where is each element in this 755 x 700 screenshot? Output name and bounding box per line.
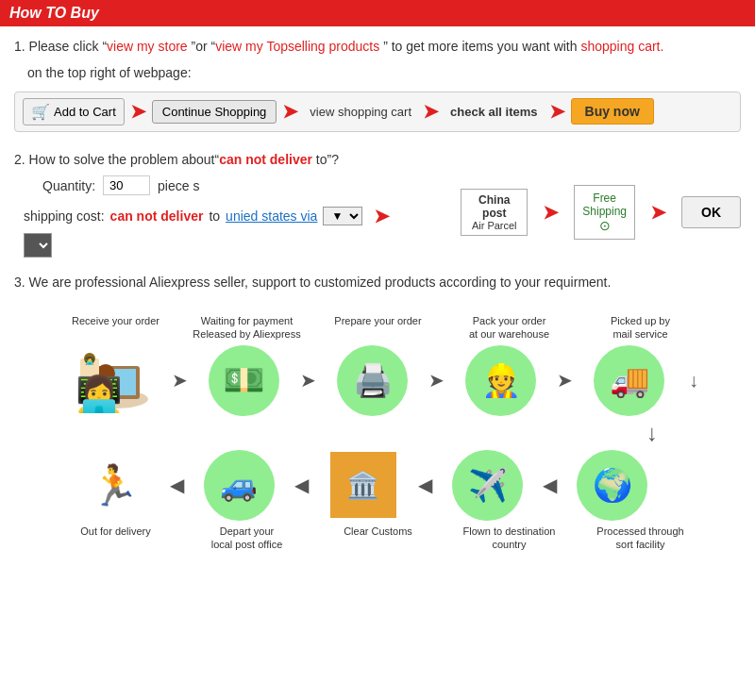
flight-icon: ✈️ [447, 450, 528, 521]
step1-section: 1. Please click “view my store ”or “view… [14, 36, 741, 132]
arrow1: ➤ [130, 100, 146, 123]
shipping-arrow: ➤ [374, 205, 390, 227]
quantity-input[interactable] [103, 175, 150, 195]
globe-circle: 🌍 [577, 450, 647, 521]
free-shipping-box: Free Shipping ⊙ [574, 185, 635, 240]
worker-circle: 👷 [465, 345, 536, 416]
customs-icon: 🏛️ [323, 450, 403, 521]
continue-shopping-item: Continue Shopping [152, 100, 277, 124]
ok-button[interactable]: OK [681, 196, 741, 228]
sort-icon: 🌍 [572, 450, 652, 521]
proc-delivery: 🏃 [61, 450, 168, 521]
view-cart-label: view shopping cart [304, 101, 417, 123]
label-flight: Flown to destinationcountry [455, 525, 563, 552]
label-receive: Receive your order [61, 314, 170, 342]
view-topselling-link[interactable]: view my Topselling products [215, 39, 379, 54]
header-title: How TO Buy [9, 5, 99, 21]
top-arrow1: ➤ [172, 369, 188, 392]
cant-deliver-text: can not deliver [219, 152, 312, 167]
top-arrow2: ➤ [300, 369, 316, 392]
shipping-label: shipping cost: [24, 208, 105, 224]
proc-sort: 🌍 [559, 450, 665, 521]
continue-shopping-button[interactable]: Continue Shopping [152, 100, 277, 124]
china-post-box: China post Air Parcel [461, 189, 528, 236]
proc-depart: 🚙 [186, 450, 293, 521]
top-icons-row: 👩‍💻 👩‍💻 ➤ 💵 ➤ [61, 345, 741, 416]
step2-text: 2. How to solve the problem about“can no… [14, 149, 741, 170]
label-waiting: Waiting for paymentReleased by Aliexpres… [193, 314, 301, 342]
arrow2: ➤ [282, 100, 298, 123]
receive-icon: 👩‍💻 👩‍💻 [76, 345, 156, 416]
step2-section: 2. How to solve the problem about“can no… [14, 149, 741, 258]
bot-arrow2: ◀ [294, 474, 309, 496]
proc-customs: 🏛️ [310, 450, 417, 521]
down-arrow-indicator: ↓ [689, 370, 698, 392]
bottom-icons-row: 🏃 ◀ 🚙 ◀ 🏛️ [61, 450, 665, 521]
pack-icon: 👷 [461, 345, 541, 416]
buy-now-item: Buy now [571, 98, 654, 125]
quantity-label: Quantity: [42, 178, 95, 193]
arrow4: ➤ [549, 100, 565, 123]
depart-icon: 🚙 [199, 450, 279, 521]
prepare-icon: 🖨️ [332, 345, 412, 416]
bot-arrow3: ◀ [418, 474, 432, 496]
proc-pickup: 🚚 [575, 345, 683, 416]
shipping-arrow3: ➤ [650, 201, 666, 224]
label-pack: Pack your orderat our warehouse [455, 314, 563, 342]
via-text: unied states via [226, 208, 317, 224]
plane-circle: ✈️ [452, 450, 523, 521]
top-labels-row: Receive your order Waiting for paymentRe… [61, 314, 741, 342]
free-icon: ⊙ [582, 218, 627, 233]
label-customs: Clear Customs [324, 525, 432, 552]
add-to-cart-button[interactable]: 🛒 Add to Cart [23, 98, 125, 125]
printer-circle: 🖨️ [337, 345, 408, 416]
proc-flight: ✈️ [434, 450, 541, 521]
delivery-icon: 🏃 [75, 450, 155, 521]
top-arrow3: ➤ [428, 369, 445, 392]
customs-shape: 🏛️ [330, 452, 396, 518]
cant-deliver-shipping: can not deliver [110, 208, 204, 224]
china-post-title: China post [471, 193, 517, 220]
truck-circle: 🚚 [594, 345, 664, 416]
label-prepare: Prepare your order [324, 314, 432, 342]
down-arrow: ↓ [646, 420, 658, 446]
label-pickup: Picked up bymail service [586, 314, 695, 342]
proc-waiting: 💵 [190, 345, 298, 416]
view-store-link[interactable]: view my store [107, 39, 188, 54]
quantity-row: Quantity: piece s [42, 175, 413, 195]
label-depart: Depart yourlocal post office [193, 525, 301, 552]
flow-bar: 🛒 Add to Cart ➤ Continue Shopping ➤ view… [14, 92, 741, 132]
label-sort: Processed throughsort facility [586, 525, 695, 552]
view-cart-item: view shopping cart [304, 101, 417, 123]
piece-label: piece s [158, 178, 199, 193]
header-bar: How TO Buy [0, 0, 755, 26]
step1-number: 1. [14, 39, 25, 54]
money-circle: 💵 [209, 345, 279, 416]
china-post-sub: Air Parcel [471, 220, 517, 231]
car-circle: 🚙 [204, 450, 275, 521]
step1-text: 1. Please click “view my store ”or “view… [14, 36, 741, 57]
waiting-icon: 💵 [204, 345, 284, 416]
proc-receive: 👩‍💻 👩‍💻 [61, 345, 170, 416]
bot-arrow1: ◀ [170, 474, 184, 496]
buy-now-button[interactable]: Buy now [571, 98, 654, 125]
shipping-label2: Shipping [582, 205, 627, 218]
add-to-cart-label: Add to Cart [54, 105, 116, 119]
proc-prepare: 🖨️ [318, 345, 427, 416]
step1-text2: on the top right of webpage: [27, 62, 741, 83]
top-arrow4: ➤ [557, 369, 573, 392]
svg-text:👩‍💻: 👩‍💻 [76, 373, 123, 413]
free-label: Free [582, 192, 627, 205]
country-dropdown[interactable]: ▼ [323, 207, 362, 225]
label-delivery: Out for delivery [61, 525, 170, 552]
shipping-method-dropdown[interactable]: ▼ [24, 233, 52, 258]
step3-section: 3. We are professional Aliexpress seller… [14, 275, 741, 560]
proc-pack: 👷 [446, 345, 555, 416]
shopping-cart-link[interactable]: shopping cart. [580, 39, 663, 54]
check-items-item: check all items [445, 101, 544, 123]
svg-text:👩‍💻: 👩‍💻 [85, 356, 94, 365]
down-arrow-container: ↓ [14, 420, 658, 446]
pickup-icon: 🚚 [589, 345, 669, 416]
shipping-arrow2: ➤ [543, 201, 559, 224]
process-diagram: Receive your order Waiting for paymentRe… [14, 305, 741, 560]
